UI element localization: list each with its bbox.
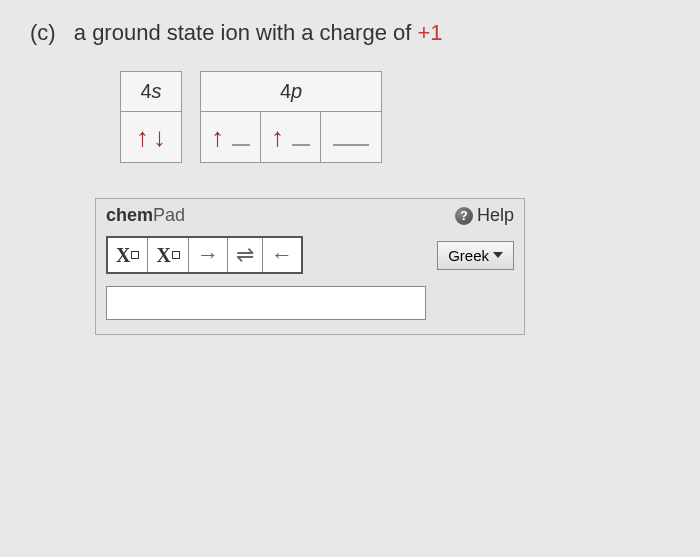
- greek-dropdown[interactable]: Greek: [437, 241, 514, 270]
- equilibrium-button[interactable]: ⇌: [228, 238, 263, 272]
- help-icon: ?: [455, 207, 473, 225]
- help-button[interactable]: ? Help: [455, 205, 514, 226]
- chempad-title: chemPad: [106, 205, 185, 226]
- orbital-4s[interactable]: 4s ↑ ↓: [120, 71, 182, 163]
- orbital-4s-label: 4s: [121, 72, 181, 112]
- spin-down-icon: ↓: [153, 124, 166, 150]
- question-text: (c) a ground state ion with a charge of …: [30, 20, 670, 46]
- empty-slot-icon: [292, 144, 310, 146]
- superscript-box-icon: [172, 251, 180, 259]
- chempad-input[interactable]: [106, 286, 426, 320]
- chempad-header: chemPad ? Help: [96, 199, 524, 232]
- orbital-4p-label: 4p: [201, 72, 381, 112]
- orbital-4p-box-2[interactable]: ↑: [261, 112, 321, 162]
- empty-slot-icon: [232, 144, 250, 146]
- chevron-down-icon: [493, 252, 503, 258]
- subscript-button[interactable]: X: [108, 238, 148, 272]
- charge-value: +1: [417, 20, 442, 45]
- spin-up-icon: ↑: [136, 124, 149, 150]
- spin-up-icon: ↑: [211, 124, 224, 150]
- empty-slot-icon: [333, 144, 369, 146]
- chempad-toolbar: X X → ⇌ ←: [106, 236, 303, 274]
- orbital-4s-box[interactable]: ↑ ↓: [121, 112, 181, 162]
- orbital-4p-box-1[interactable]: ↑: [201, 112, 261, 162]
- arrow-right-button[interactable]: →: [189, 238, 228, 272]
- question-body: a ground state ion with a charge of: [74, 20, 418, 45]
- orbital-4p-box-3[interactable]: [321, 112, 381, 162]
- question-label: (c): [30, 20, 56, 45]
- superscript-button[interactable]: X: [148, 238, 188, 272]
- arrow-left-button[interactable]: ←: [263, 238, 301, 272]
- orbital-4p[interactable]: 4p ↑ ↑: [200, 71, 382, 163]
- chempad-widget: chemPad ? Help X X → ⇌ ← Greek: [95, 198, 525, 335]
- subscript-box-icon: [131, 251, 139, 259]
- orbital-diagram: 4s ↑ ↓ 4p ↑ ↑: [120, 71, 670, 163]
- spin-up-icon: ↑: [271, 124, 284, 150]
